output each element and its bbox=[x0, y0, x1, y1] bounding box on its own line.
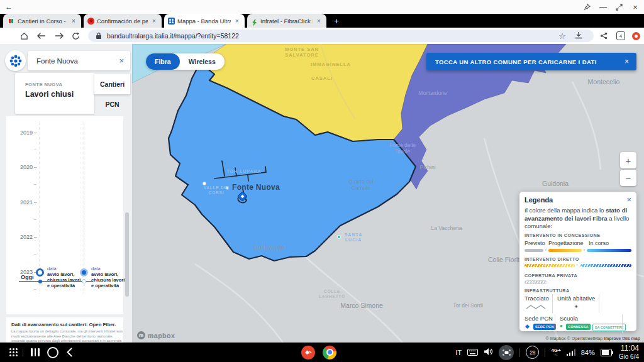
map-label: La Vaccheria bbox=[431, 225, 462, 231]
tab-fibraclick[interactable]: Infratel - FibraClick Forum × bbox=[247, 14, 326, 28]
back-icon[interactable] bbox=[36, 31, 47, 41]
today-dot-filled bbox=[38, 280, 42, 283]
section-infrastruttura: INFRASTRUTTURA bbox=[525, 288, 569, 293]
badge-da-connettere: DA CONNETTERE bbox=[592, 324, 626, 331]
label-unita-abitative: Unità abitative bbox=[557, 295, 595, 302]
tab-title: Mappa - Banda Ultra Larga bbox=[177, 18, 231, 25]
fibercop-favicon bbox=[7, 17, 15, 25]
recents-button[interactable] bbox=[28, 343, 43, 362]
pcn-diamond-symbol: ◆ bbox=[525, 323, 530, 329]
timeline-year: 2022 bbox=[10, 234, 33, 240]
map-canvas[interactable]: MONTE SAN SALVATOREIMMAGINELLACASALIMont… bbox=[132, 44, 644, 343]
map-label: Quarto del Carnale bbox=[348, 178, 374, 191]
map-label: Colle Fiorito bbox=[488, 256, 523, 263]
bar-privata bbox=[525, 280, 547, 284]
badge-sede-pcn: SEDE PCN bbox=[533, 324, 556, 330]
forward-icon[interactable] bbox=[54, 31, 64, 41]
result-status: Lavori chiusi bbox=[25, 90, 94, 99]
profile-avatar[interactable] bbox=[631, 31, 641, 41]
legend-panel: Legenda × Il colore della mappa indica l… bbox=[519, 192, 636, 331]
tab-close-icon[interactable]: × bbox=[150, 18, 158, 25]
section-diretto: INTERVENTO DIRETTO bbox=[525, 256, 579, 262]
banner-text: TOCCA UN ALTRO COMUNE PER CARICARNE I DA… bbox=[435, 58, 625, 65]
layer-toggle: Fibra Wireless bbox=[146, 53, 225, 70]
legend-intro: Il colore della mappa indica lo stato di… bbox=[525, 207, 633, 231]
pin-icon[interactable] bbox=[582, 2, 592, 12]
tab-close-icon[interactable]: × bbox=[233, 18, 241, 25]
label-sede-pcn: Sede PCN bbox=[525, 315, 553, 322]
bookmark-star-icon[interactable]: ☆ bbox=[558, 31, 566, 41]
toggle-fibra[interactable]: Fibra bbox=[146, 53, 180, 70]
tab-fibercop[interactable]: Cantieri in Corso - FiberCop × bbox=[3, 14, 81, 28]
tab-switcher-button[interactable]: 4 bbox=[616, 31, 626, 41]
url-bar[interactable]: bandaultralarga.italia.it/mappa/?entity=… bbox=[88, 30, 594, 42]
reload-icon[interactable] bbox=[70, 31, 80, 41]
home-button[interactable] bbox=[45, 343, 60, 362]
improve-map-link[interactable]: Improve this map bbox=[604, 336, 640, 341]
bar-diretto-giallo bbox=[525, 264, 575, 267]
new-tab-button[interactable]: + bbox=[331, 16, 341, 26]
bul-favicon bbox=[168, 18, 175, 25]
legend-close-icon[interactable]: × bbox=[626, 195, 631, 204]
map-label: COLLE LAGHETTO bbox=[319, 289, 345, 299]
data-source-note: Dati di avanzamento sui cantieri: Open F… bbox=[6, 317, 123, 343]
school-toconnect-dot: ○ bbox=[587, 323, 590, 329]
browser-toolbar: bandaultralarga.italia.it/mappa/?entity=… bbox=[0, 28, 644, 44]
back-button[interactable] bbox=[63, 343, 75, 362]
zoom-out-button[interactable]: − bbox=[620, 170, 636, 186]
timeline-year: 2020 bbox=[10, 164, 33, 170]
restore-icon[interactable] bbox=[614, 2, 624, 12]
map-label: CASALI bbox=[311, 76, 333, 82]
titlebar-back-icon[interactable]: ← bbox=[4, 2, 14, 12]
search-result-card[interactable]: FONTE NUOVA Lavori chiusi bbox=[15, 73, 94, 114]
bul-sidebar: × FONTE NUOVA Lavori chiusi Cantieri PCN… bbox=[0, 44, 132, 343]
notification-badge[interactable]: 28 bbox=[526, 346, 539, 359]
bul-logo[interactable] bbox=[5, 50, 26, 71]
legend-title: Legenda bbox=[525, 196, 553, 204]
label-scuola: Scuola bbox=[560, 315, 578, 322]
timeline-panel: 2019 2020 2021 2022 2023 Oggi data avvio… bbox=[6, 116, 123, 314]
toggle-wireless[interactable]: Wireless bbox=[180, 53, 225, 70]
tab-pcn[interactable]: PCN bbox=[94, 94, 130, 114]
label-progettazione: Progettazione bbox=[548, 240, 584, 246]
timeline-year: 2021 bbox=[10, 199, 33, 206]
zoom-in-button[interactable]: + bbox=[620, 152, 636, 168]
label-previsto: Previsto bbox=[525, 240, 545, 246]
unita-symbol: ● bbox=[575, 304, 578, 309]
toast-banner: TOCCA UN ALTRO COMUNE PER CARICARNE I DA… bbox=[426, 53, 636, 70]
sidebar-scrollbar[interactable] bbox=[125, 212, 129, 297]
order-favicon bbox=[87, 18, 94, 25]
banner-close-icon[interactable]: × bbox=[625, 57, 629, 66]
keyboard-icon[interactable] bbox=[467, 347, 478, 358]
app-icon-red[interactable]: ◆> bbox=[301, 343, 316, 362]
map-label: MONTE SAN SALVATORE bbox=[285, 47, 319, 58]
screen-capture-icon[interactable] bbox=[499, 345, 514, 360]
volume-icon[interactable] bbox=[484, 347, 493, 358]
tab-confirmacion[interactable]: Confirmación de pedido - Ott × bbox=[84, 14, 162, 28]
search-input[interactable] bbox=[35, 57, 113, 65]
map-label: Tor dei Sordi bbox=[453, 302, 483, 309]
share-icon[interactable] bbox=[599, 31, 609, 41]
map-label: TOR LUPARA bbox=[226, 169, 261, 174]
close-window-icon[interactable]: × bbox=[630, 2, 640, 12]
keyboard-lang[interactable]: IT bbox=[455, 349, 462, 356]
map-label: Fonte delle Tavole bbox=[389, 142, 416, 155]
tab-cantieri[interactable]: Cantieri bbox=[94, 74, 130, 94]
section-privata: COPERTURA PRIVATA bbox=[525, 273, 577, 278]
tab-close-icon[interactable]: × bbox=[70, 18, 77, 25]
chrome-icon[interactable] bbox=[322, 343, 337, 362]
home-icon[interactable] bbox=[19, 31, 29, 41]
map-attribution: © Mapbox © OpenStreetMap Improve this ma… bbox=[546, 336, 640, 341]
timeline-year: 2019 bbox=[10, 129, 33, 136]
apps-grid-button[interactable] bbox=[6, 343, 20, 362]
tab-mappa-active[interactable]: Mappa - Banda Ultra Larga × bbox=[164, 14, 245, 28]
mapbox-logo[interactable]: m mapbox bbox=[137, 331, 175, 339]
clock[interactable]: 11:04 Gio 6/4 bbox=[619, 344, 639, 360]
window-titlebar: ← — × bbox=[0, 0, 644, 14]
search-clear-icon[interactable]: × bbox=[119, 56, 124, 65]
taskbar: ◆> IT 28 4G+↑↓ 84% 11:04 Gio 6/4 bbox=[0, 343, 644, 362]
map-label: Montecelio bbox=[588, 78, 620, 85]
minimize-icon[interactable]: — bbox=[598, 2, 608, 12]
download-icon[interactable] bbox=[575, 30, 582, 41]
tab-close-icon[interactable]: × bbox=[315, 18, 323, 25]
